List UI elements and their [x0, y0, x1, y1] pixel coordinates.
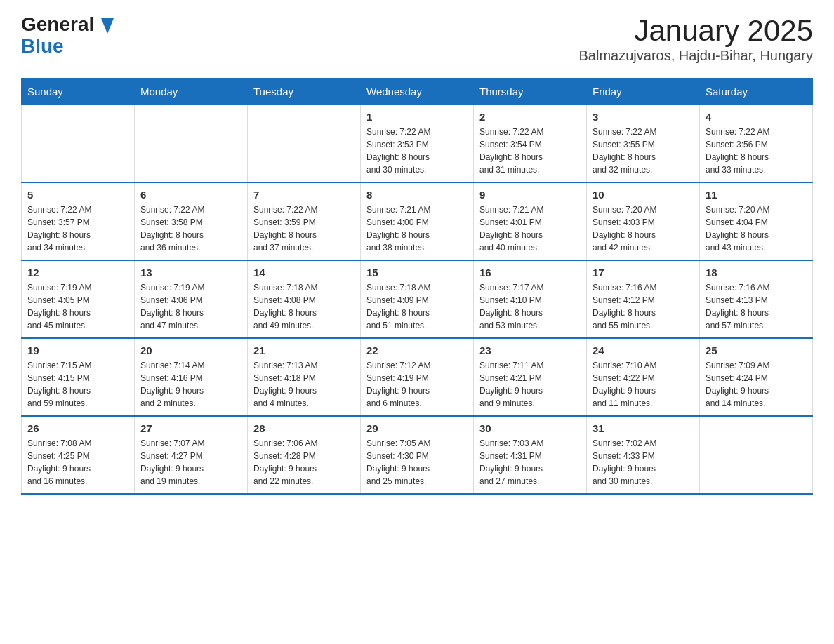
day-info: Sunrise: 7:19 AMSunset: 4:06 PMDaylight:…: [140, 281, 241, 332]
day-info: Sunrise: 7:22 AMSunset: 3:53 PMDaylight:…: [366, 126, 468, 176]
calendar-cell: 13Sunrise: 7:19 AMSunset: 4:06 PMDayligh…: [135, 260, 248, 338]
calendar-cell: 30Sunrise: 7:03 AMSunset: 4:31 PMDayligh…: [474, 416, 587, 494]
day-info: Sunrise: 7:16 AMSunset: 4:12 PMDaylight:…: [593, 281, 694, 332]
calendar-title: January 2025: [579, 14, 814, 48]
calendar-header: SundayMondayTuesdayWednesdayThursdayFrid…: [22, 79, 813, 105]
page-header: General Blue January 2025 Balmazujvaros,…: [21, 14, 813, 64]
calendar-cell: [700, 416, 813, 494]
day-number: 20: [140, 344, 241, 356]
calendar-cell: [22, 105, 135, 183]
calendar-week-5: 26Sunrise: 7:08 AMSunset: 4:25 PMDayligh…: [22, 416, 813, 494]
day-number: 27: [140, 422, 241, 434]
calendar-cell: 15Sunrise: 7:18 AMSunset: 4:09 PMDayligh…: [361, 260, 474, 338]
day-info: Sunrise: 7:22 AMSunset: 3:55 PMDaylight:…: [593, 126, 694, 176]
calendar-cell: 3Sunrise: 7:22 AMSunset: 3:55 PMDaylight…: [587, 105, 700, 183]
day-info: Sunrise: 7:14 AMSunset: 4:16 PMDaylight:…: [140, 359, 241, 410]
day-info: Sunrise: 7:06 AMSunset: 4:28 PMDaylight:…: [253, 437, 355, 488]
day-number: 4: [706, 111, 807, 123]
weekday-header-row: SundayMondayTuesdayWednesdayThursdayFrid…: [22, 79, 813, 105]
day-number: 30: [479, 422, 581, 434]
calendar-week-4: 19Sunrise: 7:15 AMSunset: 4:15 PMDayligh…: [22, 338, 813, 416]
calendar-table: SundayMondayTuesdayWednesdayThursdayFrid…: [21, 78, 813, 495]
day-number: 16: [479, 267, 581, 279]
calendar-cell: 20Sunrise: 7:14 AMSunset: 4:16 PMDayligh…: [135, 338, 248, 416]
day-info: Sunrise: 7:22 AMSunset: 3:58 PMDaylight:…: [140, 203, 241, 254]
calendar-cell: 22Sunrise: 7:12 AMSunset: 4:19 PMDayligh…: [361, 338, 474, 416]
day-number: 2: [479, 111, 581, 123]
calendar-cell: 26Sunrise: 7:08 AMSunset: 4:25 PMDayligh…: [22, 416, 135, 494]
calendar-week-3: 12Sunrise: 7:19 AMSunset: 4:05 PMDayligh…: [22, 260, 813, 338]
day-number: 10: [593, 189, 694, 201]
calendar-cell: 8Sunrise: 7:21 AMSunset: 4:00 PMDaylight…: [361, 182, 474, 260]
weekday-header-tuesday: Tuesday: [248, 79, 361, 105]
day-number: 12: [27, 267, 128, 279]
day-info: Sunrise: 7:11 AMSunset: 4:21 PMDaylight:…: [479, 359, 581, 410]
calendar-week-2: 5Sunrise: 7:22 AMSunset: 3:57 PMDaylight…: [22, 182, 813, 260]
day-number: 19: [27, 344, 128, 356]
calendar-subtitle: Balmazujvaros, Hajdu-Bihar, Hungary: [579, 48, 814, 64]
calendar-cell: [248, 105, 361, 183]
weekday-header-monday: Monday: [135, 79, 248, 105]
day-info: Sunrise: 7:22 AMSunset: 3:54 PMDaylight:…: [479, 126, 581, 176]
day-info: Sunrise: 7:02 AMSunset: 4:33 PMDaylight:…: [593, 437, 694, 488]
calendar-cell: 14Sunrise: 7:18 AMSunset: 4:08 PMDayligh…: [248, 260, 361, 338]
weekday-header-thursday: Thursday: [474, 79, 587, 105]
day-info: Sunrise: 7:10 AMSunset: 4:22 PMDaylight:…: [593, 359, 694, 410]
calendar-cell: 21Sunrise: 7:13 AMSunset: 4:18 PMDayligh…: [248, 338, 361, 416]
day-number: 22: [366, 344, 468, 356]
calendar-cell: 16Sunrise: 7:17 AMSunset: 4:10 PMDayligh…: [474, 260, 587, 338]
svg-marker-0: [101, 18, 114, 34]
day-number: 9: [479, 189, 581, 201]
weekday-header-sunday: Sunday: [22, 79, 135, 105]
calendar-cell: 18Sunrise: 7:16 AMSunset: 4:13 PMDayligh…: [700, 260, 813, 338]
day-number: 5: [27, 189, 128, 201]
weekday-header-friday: Friday: [587, 79, 700, 105]
calendar-cell: 4Sunrise: 7:22 AMSunset: 3:56 PMDaylight…: [700, 105, 813, 183]
calendar-cell: 23Sunrise: 7:11 AMSunset: 4:21 PMDayligh…: [474, 338, 587, 416]
day-number: 8: [366, 189, 468, 201]
day-number: 14: [253, 267, 355, 279]
day-number: 15: [366, 267, 468, 279]
calendar-cell: 10Sunrise: 7:20 AMSunset: 4:03 PMDayligh…: [587, 182, 700, 260]
calendar-cell: 27Sunrise: 7:07 AMSunset: 4:27 PMDayligh…: [135, 416, 248, 494]
day-info: Sunrise: 7:21 AMSunset: 4:00 PMDaylight:…: [366, 203, 468, 254]
day-number: 29: [366, 422, 468, 434]
weekday-header-saturday: Saturday: [700, 79, 813, 105]
calendar-cell: 9Sunrise: 7:21 AMSunset: 4:01 PMDaylight…: [474, 182, 587, 260]
day-number: 7: [253, 189, 355, 201]
weekday-header-wednesday: Wednesday: [361, 79, 474, 105]
day-info: Sunrise: 7:19 AMSunset: 4:05 PMDaylight:…: [27, 281, 128, 332]
calendar-cell: 17Sunrise: 7:16 AMSunset: 4:12 PMDayligh…: [587, 260, 700, 338]
day-number: 11: [706, 189, 807, 201]
day-number: 21: [253, 344, 355, 356]
day-info: Sunrise: 7:22 AMSunset: 3:57 PMDaylight:…: [27, 203, 128, 254]
calendar-body: 1Sunrise: 7:22 AMSunset: 3:53 PMDaylight…: [22, 105, 813, 495]
calendar-cell: 25Sunrise: 7:09 AMSunset: 4:24 PMDayligh…: [700, 338, 813, 416]
day-info: Sunrise: 7:21 AMSunset: 4:01 PMDaylight:…: [479, 203, 581, 254]
logo-general-text: General: [21, 13, 114, 35]
calendar-cell: 6Sunrise: 7:22 AMSunset: 3:58 PMDaylight…: [135, 182, 248, 260]
day-info: Sunrise: 7:12 AMSunset: 4:19 PMDaylight:…: [366, 359, 468, 410]
day-info: Sunrise: 7:22 AMSunset: 3:59 PMDaylight:…: [253, 203, 355, 254]
day-number: 3: [593, 111, 694, 123]
day-info: Sunrise: 7:22 AMSunset: 3:56 PMDaylight:…: [706, 126, 807, 176]
day-number: 6: [140, 189, 241, 201]
calendar-cell: 29Sunrise: 7:05 AMSunset: 4:30 PMDayligh…: [361, 416, 474, 494]
day-number: 13: [140, 267, 241, 279]
calendar-week-1: 1Sunrise: 7:22 AMSunset: 3:53 PMDaylight…: [22, 105, 813, 183]
day-info: Sunrise: 7:18 AMSunset: 4:08 PMDaylight:…: [253, 281, 355, 332]
calendar-cell: 7Sunrise: 7:22 AMSunset: 3:59 PMDaylight…: [248, 182, 361, 260]
calendar-cell: 12Sunrise: 7:19 AMSunset: 4:05 PMDayligh…: [22, 260, 135, 338]
day-number: 18: [706, 267, 807, 279]
day-info: Sunrise: 7:20 AMSunset: 4:04 PMDaylight:…: [706, 203, 807, 254]
day-info: Sunrise: 7:07 AMSunset: 4:27 PMDaylight:…: [140, 437, 241, 488]
day-number: 17: [593, 267, 694, 279]
calendar-cell: [135, 105, 248, 183]
calendar-cell: 31Sunrise: 7:02 AMSunset: 4:33 PMDayligh…: [587, 416, 700, 494]
day-info: Sunrise: 7:08 AMSunset: 4:25 PMDaylight:…: [27, 437, 128, 488]
calendar-cell: 5Sunrise: 7:22 AMSunset: 3:57 PMDaylight…: [22, 182, 135, 260]
day-info: Sunrise: 7:17 AMSunset: 4:10 PMDaylight:…: [479, 281, 581, 332]
calendar-cell: 28Sunrise: 7:06 AMSunset: 4:28 PMDayligh…: [248, 416, 361, 494]
calendar-cell: 1Sunrise: 7:22 AMSunset: 3:53 PMDaylight…: [361, 105, 474, 183]
title-block: January 2025 Balmazujvaros, Hajdu-Bihar,…: [579, 14, 814, 64]
